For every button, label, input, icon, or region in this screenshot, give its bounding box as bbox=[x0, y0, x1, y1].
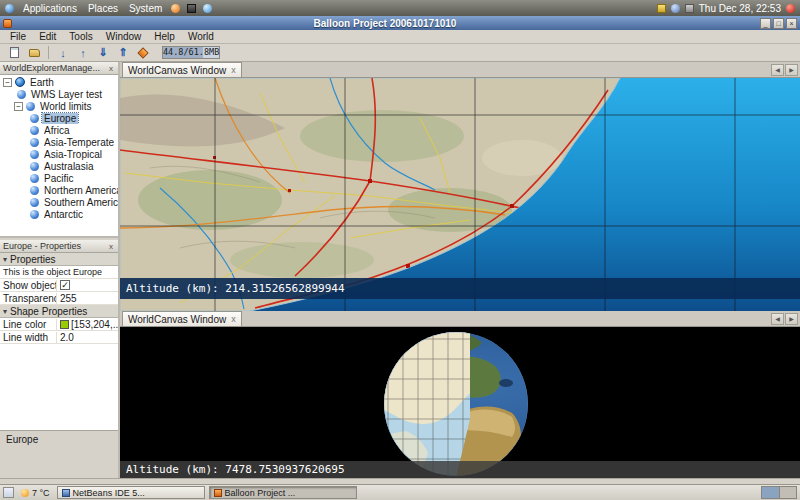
open-file-button[interactable] bbox=[25, 45, 43, 60]
map-canvas[interactable] bbox=[120, 78, 800, 311]
altitude-text: Altitude (km): 214.31526562899944 bbox=[126, 282, 345, 295]
weather-applet[interactable]: 7 °C bbox=[18, 488, 53, 498]
terminal-launcher-icon[interactable] bbox=[187, 4, 196, 13]
system-menu[interactable]: System bbox=[127, 3, 164, 14]
tree-item-southern-america[interactable]: Southern America bbox=[0, 196, 118, 208]
collapse-icon: ▾ bbox=[3, 307, 7, 316]
run-button[interactable] bbox=[134, 45, 152, 60]
line-color-text: [153,204,... bbox=[71, 319, 118, 330]
workspace-2[interactable] bbox=[779, 487, 796, 498]
toolbar: ↓ ↑ ⇓ ⇑ 44.8/61.8MB bbox=[0, 44, 800, 62]
properties-empty-space bbox=[0, 344, 118, 430]
tree-item-africa[interactable]: Africa bbox=[0, 124, 118, 136]
show-desktop-icon[interactable] bbox=[3, 487, 14, 498]
redo-button[interactable]: ⇑ bbox=[114, 45, 132, 60]
property-label: Line color bbox=[0, 319, 57, 330]
tree-item-label: WMS Layer test bbox=[29, 89, 104, 100]
clock[interactable]: Thu Dec 28, 22:53 bbox=[699, 3, 781, 14]
object-description: This is the object Europe bbox=[0, 266, 118, 279]
scroll-right-button[interactable]: ▶ bbox=[785, 64, 798, 76]
tree-item-label: Northern America bbox=[42, 185, 118, 196]
browser-launcher-icon[interactable] bbox=[171, 4, 180, 13]
tree-item-label: World limits bbox=[38, 101, 93, 112]
system-tray: Thu Dec 28, 22:53 bbox=[657, 3, 795, 14]
applications-menu[interactable]: Applications bbox=[21, 3, 79, 14]
tab-worldcanvas-top[interactable]: WorldCanvas Window x bbox=[122, 62, 242, 77]
desktop: Applications Places System Thu Dec 28, 2… bbox=[0, 0, 800, 500]
scroll-left-button[interactable]: ◀ bbox=[771, 64, 784, 76]
undo-button[interactable]: ⇓ bbox=[94, 45, 112, 60]
tree-item-wms-layer-test[interactable]: WMS Layer test bbox=[0, 88, 118, 100]
section-shape-properties[interactable]: ▾ Shape Properties bbox=[0, 305, 118, 318]
window-title: Balloon Project 200610171010 bbox=[12, 18, 758, 29]
tree-item-pacific[interactable]: Pacific bbox=[0, 172, 118, 184]
explorer-close-icon[interactable]: x bbox=[107, 64, 115, 73]
move-up-button[interactable]: ↑ bbox=[74, 45, 92, 60]
layer-icon bbox=[17, 90, 26, 99]
tree-item-label: Australasia bbox=[42, 161, 95, 172]
task-button-netbeans[interactable]: NetBeans IDE 5... bbox=[57, 486, 205, 499]
memory-gauge[interactable]: 44.8/61.8MB bbox=[162, 46, 220, 59]
menu-help[interactable]: Help bbox=[148, 31, 181, 42]
tab-worldcanvas-bottom[interactable]: WorldCanvas Window x bbox=[122, 311, 242, 326]
tree-item-antarctic[interactable]: Antarctic bbox=[0, 208, 118, 220]
tab-close-icon[interactable]: x bbox=[231, 66, 236, 75]
section-properties[interactable]: ▾ Properties bbox=[0, 253, 118, 266]
worldcanvas-bottom: WorldCanvas Window x ◀ ▶ bbox=[120, 311, 800, 478]
properties-close-icon[interactable]: x bbox=[107, 242, 115, 251]
volume-tray-icon[interactable] bbox=[685, 4, 694, 13]
tree-item-northern-america[interactable]: Northern America bbox=[0, 184, 118, 196]
canvas-area: WorldCanvas Window x ◀ ▶ bbox=[120, 62, 800, 478]
toolbar-separator bbox=[48, 46, 49, 59]
line-color-swatch[interactable] bbox=[60, 320, 69, 329]
temperature-label: 7 °C bbox=[32, 488, 50, 498]
tree-item-earth[interactable]: − Earth bbox=[0, 76, 118, 88]
scroll-right-button[interactable]: ▶ bbox=[785, 313, 798, 325]
properties-header[interactable]: Europe - Properties x bbox=[0, 240, 118, 253]
tree-item-asia-temperate[interactable]: Asia-Temperate bbox=[0, 136, 118, 148]
globe-canvas[interactable] bbox=[120, 327, 800, 478]
line-color-value[interactable]: [153,204,... bbox=[57, 319, 118, 330]
transparency-value[interactable]: 255 bbox=[57, 293, 118, 304]
help-launcher-icon[interactable] bbox=[203, 4, 212, 13]
layer-icon bbox=[30, 198, 39, 207]
tab-scroll-buttons: ◀ ▶ bbox=[771, 64, 798, 77]
tree-item-europe[interactable]: Europe bbox=[0, 112, 118, 124]
tab-close-icon[interactable]: x bbox=[231, 315, 236, 324]
menu-file[interactable]: File bbox=[4, 31, 32, 42]
maximize-button[interactable]: □ bbox=[773, 18, 784, 29]
tree-item-australasia[interactable]: Australasia bbox=[0, 160, 118, 172]
move-down-button[interactable]: ↓ bbox=[54, 45, 72, 60]
minimize-button[interactable]: _ bbox=[760, 18, 771, 29]
layer-tree: − Earth WMS Layer test − World limits bbox=[0, 75, 118, 221]
explorer-header[interactable]: WorldExplorerManage... x bbox=[0, 62, 118, 75]
menu-world[interactable]: World bbox=[182, 31, 220, 42]
layer-icon bbox=[30, 174, 39, 183]
workspace-switcher[interactable] bbox=[761, 486, 797, 499]
workspace-1[interactable] bbox=[762, 487, 779, 498]
close-button[interactable]: × bbox=[786, 18, 797, 29]
power-icon[interactable] bbox=[786, 4, 795, 13]
show-object-checkbox[interactable]: ✓ bbox=[60, 280, 70, 290]
menu-tools[interactable]: Tools bbox=[63, 31, 98, 42]
menu-edit[interactable]: Edit bbox=[33, 31, 62, 42]
layer-icon bbox=[30, 126, 39, 135]
network-tray-icon[interactable] bbox=[671, 4, 680, 13]
window-titlebar[interactable]: Balloon Project 200610171010 _ □ × bbox=[0, 16, 800, 30]
tree-item-asia-tropical[interactable]: Asia-Tropical bbox=[0, 148, 118, 160]
places-menu[interactable]: Places bbox=[86, 3, 120, 14]
scroll-left-button[interactable]: ◀ bbox=[771, 313, 784, 325]
map-view[interactable]: Altitude (km): 214.31526562899944 bbox=[120, 78, 800, 311]
globe-view[interactable]: Altitude (km): 7478.7530937620695 bbox=[120, 327, 800, 478]
expander-icon[interactable]: − bbox=[14, 102, 23, 111]
new-file-button[interactable] bbox=[5, 45, 23, 60]
update-tray-icon[interactable] bbox=[657, 4, 666, 13]
tree-item-world-limits[interactable]: − World limits bbox=[0, 100, 118, 112]
expander-icon[interactable]: − bbox=[3, 78, 12, 87]
menu-window[interactable]: Window bbox=[100, 31, 148, 42]
property-row-line-color: Line color [153,204,... bbox=[0, 318, 118, 331]
distro-menu-icon[interactable] bbox=[5, 4, 14, 13]
line-width-value[interactable]: 2.0 bbox=[57, 332, 118, 343]
tree-item-label: Earth bbox=[28, 77, 56, 88]
task-button-balloon[interactable]: Balloon Project ... bbox=[209, 486, 357, 499]
